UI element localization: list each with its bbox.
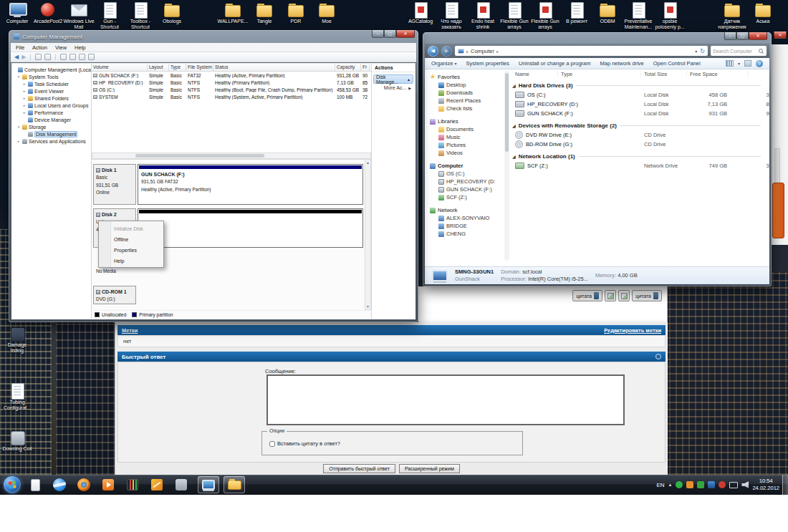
drive-row-gun-schack[interactable]: GUN SCHACK (F:) Local Disk 931 GB 901 GB bbox=[512, 109, 768, 118]
desktop-icon-endo-heat-shrink[interactable]: Endo heat shrink bbox=[467, 2, 499, 31]
nav-item-check-lists[interactable]: Check lists bbox=[430, 105, 509, 112]
advanced-mode-button[interactable]: Расширенный режим bbox=[399, 464, 460, 473]
tray-app-icon[interactable] bbox=[686, 481, 693, 488]
nav-item-desktop[interactable]: Desktop bbox=[430, 81, 509, 89]
insert-quote-checkbox[interactable] bbox=[269, 441, 275, 447]
tray-display-icon[interactable] bbox=[729, 482, 738, 488]
organize-button[interactable]: Organize ▾ bbox=[431, 60, 457, 67]
nav-item-hp-recovery[interactable]: HP_RECOVERY (D: bbox=[430, 178, 509, 185]
language-indicator[interactable]: EN bbox=[656, 482, 664, 488]
show-hide-icon[interactable] bbox=[44, 54, 51, 60]
group-header-removable[interactable]: ◢Devices with Removable Storage (2) bbox=[512, 120, 768, 130]
desktop-icon-computer[interactable]: Computer bbox=[1, 2, 33, 24]
tree-item-services[interactable]: ▸Services and Applications bbox=[12, 137, 91, 145]
actions-disk-management[interactable]: Disk Manage...▲ bbox=[373, 74, 413, 84]
properties-icon[interactable] bbox=[60, 54, 67, 60]
nav-item-gun-schack[interactable]: GUN SCHACK (F:) bbox=[430, 185, 509, 193]
volume-row-system[interactable]: SYSTEM Simple Basic NTFS Healthy (System… bbox=[92, 93, 371, 100]
desktop-icon-flexible-gun-doc[interactable]: Flexible Gun arrays bbox=[499, 2, 530, 31]
nav-group-libraries[interactable]: Libraries bbox=[430, 117, 509, 125]
tree-item-local-users[interactable]: ▸Local Users and Groups bbox=[12, 102, 91, 109]
tree-item-system-tools[interactable]: ▾System Tools bbox=[12, 73, 91, 80]
desktop-icon-toolbox-shortcut[interactable]: Toolbox - Shortcut bbox=[125, 2, 156, 31]
taskbar-media-library-button[interactable] bbox=[122, 476, 143, 493]
nav-item-documents[interactable]: Documents bbox=[430, 125, 509, 133]
taskbar-utility-button[interactable] bbox=[146, 476, 168, 493]
tree-item-event-viewer[interactable]: ▸Event Viewer bbox=[12, 87, 91, 95]
expand-icon[interactable]: ▸ bbox=[22, 89, 27, 93]
context-offline[interactable]: Offline bbox=[99, 234, 163, 245]
forward-button[interactable]: ▶ bbox=[441, 46, 452, 57]
collapse-icon[interactable]: ▾ bbox=[16, 74, 21, 79]
tree-item-device-manager[interactable]: Device Manager bbox=[12, 116, 91, 123]
column-type[interactable]: Type bbox=[169, 64, 186, 71]
desktop-icon-downing-coil[interactable]: Downing Coil bbox=[1, 430, 33, 452]
desktop-icon-damage-listing[interactable]: Damage listing bbox=[1, 326, 33, 354]
desktop-icon-opsbie[interactable]: opsbie poloseniy p... bbox=[654, 2, 686, 31]
show-hidden-icons[interactable]: ▲ bbox=[668, 483, 673, 487]
taskbar-ie-button[interactable] bbox=[49, 476, 70, 493]
expand-icon[interactable]: ▸ bbox=[22, 96, 27, 100]
scrollbar-thumb[interactable] bbox=[505, 73, 509, 152]
desktop-icon-windows-live-mail[interactable]: Windows Live Mail bbox=[63, 2, 95, 31]
collapse-icon[interactable]: ▲ bbox=[407, 77, 410, 82]
desktop-icon-wallpape[interactable]: WALLPAPE... bbox=[217, 2, 249, 24]
tray-network-icon[interactable] bbox=[697, 481, 704, 488]
taskbar-media-player-button[interactable] bbox=[97, 476, 119, 493]
column-file-system[interactable]: File System bbox=[186, 64, 213, 71]
group-header-network-location[interactable]: ◢Network Location (1) bbox=[512, 151, 768, 161]
desktop-icon-obologs[interactable]: Obologs bbox=[156, 2, 188, 24]
search-box[interactable] bbox=[711, 46, 767, 56]
nav-group-computer[interactable]: Computer bbox=[430, 162, 509, 170]
preview-pane-icon[interactable] bbox=[744, 60, 751, 67]
scrollbar-thumb[interactable] bbox=[135, 154, 264, 158]
back-button[interactable]: ◀ bbox=[428, 46, 438, 57]
group-header-hard-disks[interactable]: ◢Hard Disk Drives (3) bbox=[512, 80, 768, 90]
quote-button[interactable]: цитата bbox=[572, 290, 602, 301]
column-layout[interactable]: Layout bbox=[148, 64, 169, 71]
desktop-icon-aska[interactable]: Аська bbox=[747, 2, 779, 24]
desktop-icon-flexible-gun-pdf[interactable]: Flexible Gun arrays bbox=[529, 2, 561, 31]
tree-item-task-scheduler[interactable]: ▸Task Scheduler bbox=[12, 80, 91, 87]
open-control-panel-button[interactable]: Open Control Panel bbox=[653, 60, 701, 67]
address-bar[interactable]: ▸ Computer ▸ ▾ ↻ bbox=[455, 46, 708, 56]
help-icon[interactable] bbox=[79, 54, 85, 60]
scroll-up-icon[interactable]: ▲ bbox=[366, 160, 370, 165]
desktop-icon-gun-shortcut[interactable]: Gun - Shortcut bbox=[94, 2, 125, 31]
column-status[interactable]: Status bbox=[213, 64, 335, 71]
disk1-partition[interactable]: GUN SCHACK (F:) 931,51 GB FAT32 Healthy … bbox=[138, 164, 363, 205]
nav-group-favorites[interactable]: ★Favorites bbox=[430, 73, 509, 81]
tags-link[interactable]: Метки bbox=[122, 327, 138, 334]
drive-row-scf-z[interactable]: SCF (Z:) Network Drive 749 GB 325 GB bbox=[512, 161, 768, 170]
drive-row-os-c[interactable]: OS (C:) Local Disk 458 GB 388 GB bbox=[512, 90, 768, 100]
collapse-icon[interactable]: ▾ bbox=[16, 125, 21, 129]
desktop-icon-chto-nado[interactable]: Что надо заказать bbox=[436, 2, 467, 31]
map-network-drive-button[interactable]: Map network drive bbox=[600, 60, 643, 67]
volume-icon[interactable] bbox=[741, 481, 749, 488]
nav-item-pictures[interactable]: Pictures bbox=[430, 141, 509, 149]
start-button[interactable] bbox=[4, 476, 21, 493]
close-button[interactable]: ✕ bbox=[749, 32, 767, 40]
search-input[interactable] bbox=[713, 49, 757, 54]
volume-row-hp-recovery[interactable]: HP_RECOVERY (D:) Simple Basic NTFS Healt… bbox=[92, 79, 371, 86]
expand-icon[interactable]: ▸ bbox=[22, 103, 27, 107]
tree-item-disk-management[interactable]: Disk Management bbox=[12, 130, 91, 137]
desktop-icon-preventative[interactable]: Preventative Maintenan... bbox=[623, 2, 654, 31]
disk1-label[interactable]: Disk 1 Basic 931,51 GB Online bbox=[93, 164, 136, 205]
tree-item-performance[interactable]: ▸Performance bbox=[12, 109, 91, 116]
chevron-down-icon[interactable]: ▾ bbox=[738, 61, 740, 66]
nav-group-network[interactable]: Network bbox=[430, 206, 509, 214]
disk2-unallocated[interactable] bbox=[138, 208, 363, 248]
desktop-icon-tubing-configurat[interactable]: Tubing Configurat... bbox=[1, 383, 33, 412]
taskbar-app-button[interactable] bbox=[170, 476, 192, 493]
show-desktop-button[interactable] bbox=[782, 475, 788, 495]
tray-alert-icon[interactable] bbox=[719, 481, 726, 488]
submit-quick-reply-button[interactable]: Отправить быстрый ответ bbox=[323, 464, 395, 473]
quick-reply-textarea[interactable] bbox=[266, 374, 625, 425]
breadcrumb[interactable]: Computer bbox=[471, 48, 494, 54]
multiquote-button[interactable] bbox=[605, 290, 616, 301]
desktop-icon-datchik[interactable]: Датчик напряжения bbox=[716, 2, 748, 31]
cdrom-label[interactable]: CD-ROM 1 DVD (G:) bbox=[93, 286, 136, 304]
drive-row-hp-recovery[interactable]: HP_RECOVERY (D:) Local Disk 7,13 GB 852 … bbox=[512, 100, 768, 109]
disk-view-scrollbar[interactable]: ▲▼ bbox=[365, 159, 371, 310]
